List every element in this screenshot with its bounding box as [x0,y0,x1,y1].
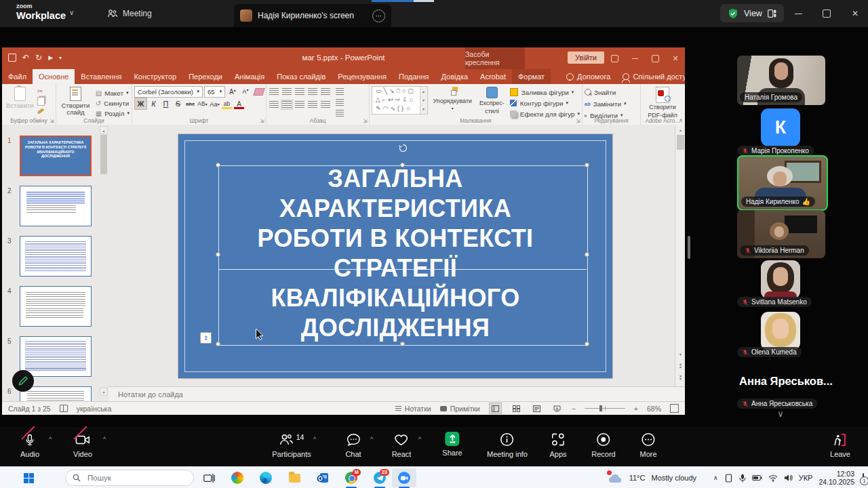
speaker-icon[interactable] [784,474,793,482]
shapes-more-icon[interactable]: ▾ [422,105,425,114]
participant-tile-natalia[interactable]: Наталія Громова [737,56,825,105]
thumb-scroll-thumb[interactable] [100,135,107,174]
next-slide-button[interactable]: ▾▾ [676,373,685,382]
slide-thumbnail-2[interactable] [20,186,92,226]
rotation-handle-icon[interactable] [399,144,408,152]
shape-icon[interactable]: ╲ [384,87,389,94]
shapes-scroll-down-icon[interactable]: ▾ [422,96,425,105]
tab-assistance[interactable]: Допомога [560,69,616,84]
chat-button[interactable]: Chat [345,432,361,458]
participant-avatar-maria[interactable]: К [761,108,800,146]
video-options-chevron-icon[interactable]: ^ [103,436,106,443]
scroll-down-icon[interactable]: ▾ [676,350,685,359]
zoom-percentage[interactable]: 68% [647,405,661,413]
fit-to-window-icon[interactable] [670,404,679,413]
character-spacing-button[interactable]: АВ▾ [197,98,208,109]
video-button[interactable]: Video [73,432,92,458]
slideshow-view-button[interactable] [551,403,563,413]
participant-avatar-olena[interactable] [761,312,800,350]
slide-canvas[interactable]: ЗАГАЛЬНА ХАРАКТЕРИСТИКА РОБОТИ В КОНТЕКС… [178,134,612,378]
paragraph-dialog-launcher-icon[interactable]: ⇲ [363,118,368,124]
search-input[interactable] [86,473,170,483]
language-indicator[interactable]: українська [77,405,112,413]
shape-icon[interactable]: △ [376,96,382,103]
align-center-icon[interactable] [282,101,292,108]
collapse-ribbon-icon[interactable]: ∧ [679,117,683,123]
shape-icon[interactable]: ⌂ [410,96,415,103]
clear-formatting-icon[interactable] [254,88,265,96]
shape-icon[interactable]: ✎ [376,105,383,112]
tab-insert[interactable]: Вставлення [75,69,127,84]
spellcheck-icon[interactable] [60,405,68,412]
tab-transitions[interactable]: Переходи [182,69,229,84]
audio-button[interactable]: Audio [20,432,39,458]
text-direction-icon[interactable] [336,88,344,96]
reading-view-button[interactable] [531,403,542,413]
numbering-icon[interactable] [282,88,292,96]
ppt-restore-button[interactable] [645,47,665,69]
close-window-button[interactable]: ✕ [842,0,868,27]
participant-tile-viktoriia[interactable]: Viktoriia Herman [737,210,825,258]
telegram-icon[interactable]: 23 [372,470,388,486]
slide-sorter-view-button[interactable] [511,403,522,413]
previous-slide-button[interactable]: ▴▴ [676,361,685,369]
slide-scrollbar[interactable]: ▴ ▾ ▴▴ ▾▾ [675,125,685,386]
scroll-up-icon[interactable]: ▴ [676,125,685,134]
meeting-info-button[interactable]: Meeting info [487,432,528,458]
collapse-participants-chevron-icon[interactable]: ∨ [769,409,792,420]
copilot-icon[interactable] [229,470,245,486]
font-size-select[interactable]: 65▾ [204,86,225,98]
save-icon[interactable] [8,54,16,62]
language-switcher[interactable]: УКР [799,474,813,482]
bold-button[interactable]: Ж [134,98,147,110]
audio-options-chevron-icon[interactable]: ^ [49,436,52,443]
increase-indent-icon[interactable] [308,88,317,96]
tab-animations[interactable]: Анімація [229,69,271,84]
thumb-scroll-down-icon[interactable]: ▾ [100,388,108,396]
tab-slideshow[interactable]: Показ слайдів [271,69,332,84]
redo-icon[interactable]: ↻ [35,53,42,62]
zoom-app-icon[interactable] [396,470,412,486]
reset-button[interactable]: ↺Скинути [96,98,130,108]
zoom-in-button[interactable]: + [634,405,638,413]
thumb-scroll-up-icon[interactable]: ▴ [100,126,108,134]
shape-icon[interactable]: ↘ [389,87,397,94]
shape-icon[interactable]: ◠ [383,105,391,112]
weather-widget[interactable] [608,473,622,483]
tab-shared-screen[interactable]: Надія Кириленко's screen ⋯ [234,4,391,27]
file-explorer-icon[interactable] [286,470,302,486]
workspace-chevron-icon[interactable]: ∨ [69,9,74,16]
participant-display-name-anna[interactable]: Анна Яреськов... [739,375,834,388]
format-painter-icon[interactable] [37,108,43,114]
participants-button[interactable]: 14 Participants [272,432,311,458]
taskbar-search-box[interactable] [65,470,194,486]
customize-qat-icon[interactable]: ▾ [59,55,62,61]
share-view-scrollbar-thumb[interactable] [688,236,690,259]
slide-thumbnail-4[interactable] [20,286,92,327]
notes-pane[interactable]: Нотатки до слайда [108,386,685,401]
slideshow-icon[interactable]: ▶ [48,54,53,61]
highlight-color-button[interactable]: ab [221,98,233,109]
tab-view[interactable]: Подання [393,69,435,84]
sign-in-button[interactable]: Увійти [568,52,604,64]
ppt-close-button[interactable]: ✕ [665,47,685,69]
ppt-minimize-button[interactable] [625,47,645,69]
find-button[interactable]: Знайти [585,87,638,97]
columns-icon[interactable] [321,101,330,108]
undo-icon[interactable]: ↶ [22,53,29,62]
view-button[interactable]: View [720,4,784,22]
shape-outline-button[interactable]: Контур фігури▾ [510,98,580,108]
shape-fill-button[interactable]: Заливка фігури▾ [510,87,580,97]
tab-format[interactable]: Формат [512,69,551,84]
notification-center-button[interactable]: 1 [863,474,864,482]
strikethrough-button[interactable]: S [172,98,184,109]
cut-icon[interactable]: ✂ [37,87,45,95]
slide-title-textbox[interactable]: ЗАГАЛЬНА ХАРАКТЕРИСТИКА РОБОТИ В КОНТЕКС… [199,164,592,343]
outlook-icon[interactable] [315,470,331,486]
grow-font-button[interactable]: А▴ [226,86,238,97]
line-spacing-icon[interactable] [321,88,330,96]
layout-button[interactable]: ▤Макет▾ [96,88,130,98]
thumbnail-scrollbar[interactable]: ▴ ▾ [100,126,108,397]
replace-button[interactable]: abЗамінити▾ [585,99,638,108]
record-button[interactable]: Record [591,432,615,458]
